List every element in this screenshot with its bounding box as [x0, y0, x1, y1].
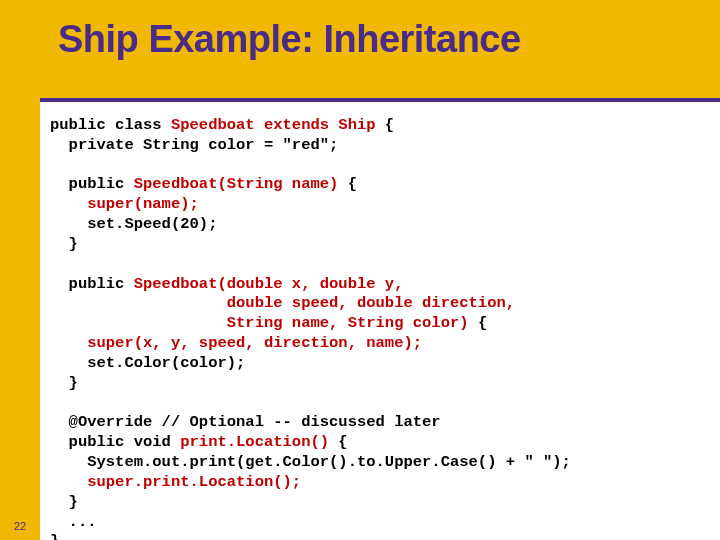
code-line: set.Speed(20);	[50, 215, 217, 233]
code-line: super.print.Location();	[50, 473, 301, 491]
code-line: private String color = "red";	[50, 136, 338, 154]
code-line: set.Color(color);	[50, 354, 245, 372]
code-line: }	[50, 493, 78, 511]
code-line: super(x, y, speed, direction, name);	[50, 334, 422, 352]
code-line: String name, String color) {	[50, 314, 487, 332]
left-sidebar	[0, 0, 40, 540]
code-line: ...	[50, 513, 97, 531]
code-line: System.out.print(get.Color().to.Upper.Ca…	[50, 453, 571, 471]
code-line: public void print.Location() {	[50, 433, 348, 451]
code-block: public class Speedboat extends Ship { pr…	[50, 116, 705, 540]
code-line: super(name);	[50, 195, 199, 213]
code-line: }	[50, 532, 59, 540]
code-line: public class Speedboat extends Ship {	[50, 116, 394, 134]
code-line: double speed, double direction,	[50, 294, 515, 312]
slide-number: 22	[10, 520, 30, 532]
slide-title: Ship Example: Inheritance	[58, 18, 521, 61]
code-line: public Speedboat(double x, double y,	[50, 275, 403, 293]
code-line: }	[50, 374, 78, 392]
code-line: }	[50, 235, 78, 253]
code-line: @Override // Optional -- discussed later	[50, 413, 441, 431]
code-line: public Speedboat(String name) {	[50, 175, 357, 193]
